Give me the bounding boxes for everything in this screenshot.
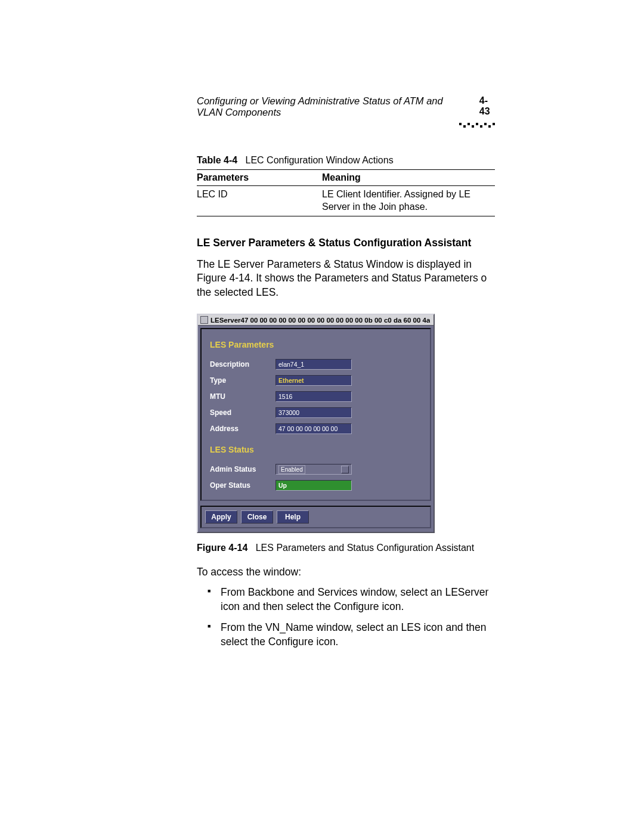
running-head-title: Configuring or Viewing Administrative St… bbox=[197, 95, 470, 118]
access-steps-list: From Backbone and Services window, selec… bbox=[208, 586, 495, 649]
help-button[interactable]: Help bbox=[277, 510, 309, 524]
dropdown-knob-icon[interactable] bbox=[341, 466, 349, 473]
field-description[interactable]: elan74_1 bbox=[275, 359, 352, 370]
row-description: Description elan74_1 bbox=[210, 359, 422, 370]
window-body: LES Parameters Description elan74_1 Type… bbox=[200, 328, 431, 501]
label-oper-status: Oper Status bbox=[210, 481, 275, 490]
label-description: Description bbox=[210, 360, 275, 368]
window-title: LEServer47 00 00 00 00 00 00 00 00 00 00… bbox=[210, 317, 430, 324]
window-buttonbar: Apply Close Help bbox=[200, 506, 431, 528]
row-address: Address 47 00 00 00 00 00 00 bbox=[210, 423, 422, 434]
apply-button[interactable]: Apply bbox=[205, 510, 237, 524]
system-menu-icon[interactable] bbox=[200, 316, 208, 324]
cell-meaning: LE Client Identifier. Assigned by LE Ser… bbox=[322, 186, 495, 216]
les-window: LEServer47 00 00 00 00 00 00 00 00 00 00… bbox=[197, 314, 435, 533]
window-titlebar[interactable]: LEServer47 00 00 00 00 00 00 00 00 00 00… bbox=[198, 315, 434, 326]
row-oper-status: Oper Status Up bbox=[210, 480, 422, 491]
field-admin-status[interactable]: Enabled bbox=[275, 464, 352, 475]
field-mtu[interactable]: 1516 bbox=[275, 391, 352, 402]
label-admin-status: Admin Status bbox=[210, 465, 275, 473]
table-row: LEC ID LE Client Identifier. Assigned by… bbox=[197, 186, 495, 216]
list-item: From the VN_Name window, select an LES i… bbox=[208, 621, 495, 649]
row-admin-status: Admin Status Enabled bbox=[210, 464, 422, 475]
ornamental-dots bbox=[197, 123, 495, 125]
page-header: Configuring or Viewing Administrative St… bbox=[197, 95, 495, 118]
field-oper-status: Up bbox=[275, 480, 352, 491]
row-type: Type Ethernet bbox=[210, 375, 422, 386]
label-type: Type bbox=[210, 376, 275, 385]
close-button[interactable]: Close bbox=[241, 510, 273, 524]
figure-caption: Figure 4-14 LES Parameters and Status Co… bbox=[197, 543, 495, 553]
les-status-heading: LES Status bbox=[210, 445, 422, 454]
cell-param: LEC ID bbox=[197, 186, 322, 216]
document-page: Configuring or Viewing Administrative St… bbox=[0, 0, 644, 776]
field-type[interactable]: Ethernet bbox=[275, 375, 352, 386]
table-caption: Table 4-4 LEC Configuration Window Actio… bbox=[197, 155, 495, 166]
lec-config-table: Parameters Meaning LEC ID LE Client Iden… bbox=[197, 169, 495, 216]
row-speed: Speed 373000 bbox=[210, 407, 422, 418]
figure-caption-label: Figure 4-14 bbox=[197, 543, 247, 553]
intro-paragraph: The LE Server Parameters & Status Window… bbox=[197, 258, 495, 300]
access-intro: To access the window: bbox=[197, 565, 495, 580]
table-header-param: Parameters bbox=[197, 170, 322, 186]
table-caption-label: Table 4-4 bbox=[197, 155, 237, 165]
table-caption-text: LEC Configuration Window Actions bbox=[246, 155, 394, 165]
row-mtu: MTU 1516 bbox=[210, 391, 422, 402]
label-speed: Speed bbox=[210, 408, 275, 417]
section-heading: LE Server Parameters & Status Configurat… bbox=[197, 237, 495, 249]
figure-caption-text: LES Parameters and Status Configuration … bbox=[256, 543, 474, 553]
field-address[interactable]: 47 00 00 00 00 00 00 bbox=[275, 423, 352, 434]
field-speed[interactable]: 373000 bbox=[275, 407, 352, 418]
les-parameters-heading: LES Parameters bbox=[210, 340, 422, 349]
page-number: 4-43 bbox=[479, 95, 495, 117]
table-header-meaning: Meaning bbox=[322, 170, 495, 186]
admin-status-value: Enabled bbox=[278, 465, 305, 474]
label-mtu: MTU bbox=[210, 392, 275, 401]
label-address: Address bbox=[210, 425, 275, 433]
list-item: From Backbone and Services window, selec… bbox=[208, 586, 495, 614]
